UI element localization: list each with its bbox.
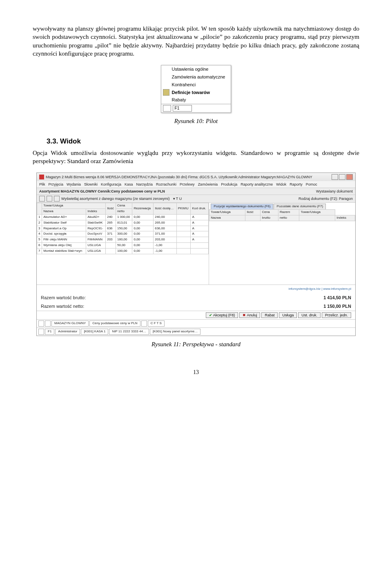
status-f1: F1 [173,105,192,112]
app-logo-icon [39,175,44,179]
toolbar-left-label: Asortyment MAGAZYN GLOWNY Cennik:Ceny po… [39,189,165,194]
menu-item[interactable]: Plik [39,182,45,186]
nav-first-icon[interactable] [39,196,45,202]
menu-item[interactable]: Raporty analityczne [241,182,273,186]
menu-item[interactable]: Narzędzia [136,182,153,186]
table-row[interactable]: 4Docisł. sprzęgłaDocSprzV371300,000,0037… [37,231,209,237]
rodzaj-dok-label: Rodzaj dokumentu (F2): Paragon [298,196,353,201]
paragraph-1: wywoływany na planszy głównej programu k… [33,25,359,58]
footer-link[interactable]: inforsystem@dgcs.biz | www.inforsystem.p… [37,285,355,294]
status-cell: NIP 11 2222 3333 44… [109,329,149,335]
status-cell [141,320,147,327]
menu-item[interactable]: Kasa [125,182,133,186]
status-cell: [K001] KASA 1 [81,329,108,335]
status-upper: MAGAZYN GLOWNYCeny podstawowe ceny w PLN… [37,319,355,327]
table-row[interactable]: 2Stabilizator SwifStabSw9K265813,010,002… [37,220,209,226]
doc-tab[interactable]: Pozycje wystawianego dokumentu (F6) [211,204,273,209]
menu-item[interactable]: Widok [276,182,286,186]
heading-widok: 3.3. Widok [47,137,359,146]
action-button[interactable]: Usługa [279,312,297,318]
nav-next-icon[interactable] [54,196,60,202]
maximize-icon[interactable] [339,174,345,180]
menu-item[interactable]: Pomoc [306,182,317,186]
perspektywa-figure: Magazyn 2 Multi Biznes wersja 8.06 WERSJ… [36,173,356,336]
menu-item[interactable]: Produkcja [221,182,237,186]
pilot-menu-figure: Ustawienia ogólneZamówienia automatyczne… [161,65,232,113]
asortyment-table[interactable]: Towar/UsługaIlośćCenaRezerwacjaIlość dos… [37,203,209,254]
pilot-menu-item[interactable]: Rabaty [161,96,231,104]
menu-item[interactable]: Przelewy [180,182,195,186]
status-cell: [K001] Nowy panel asortyme… [150,329,200,335]
pilot-menu-item[interactable]: Ustawienia ogólne [161,65,231,73]
caption-perspektywa: Rysunek 11: Perspektywa - standard [33,340,359,348]
status-cell: C F T S [148,320,165,327]
menu-item[interactable]: Konfiguracja [101,182,121,186]
toolbar: Asortyment MAGAZYN GLOWNY Cennik:Ceny po… [37,188,355,195]
status-cell: MAGAZYN GLOWNY [51,320,89,327]
action-button[interactable]: Przelicz. jedn. [322,312,351,318]
status-cell: Administrator [55,329,80,335]
doc-lines-table[interactable]: Towar/UsługaIlośćCenaRazemTowar/UsługaNa… [209,209,355,221]
total-row: Razem wartość brutto:1 414,50 PLN [37,294,355,302]
status-cell [38,320,44,327]
left-pane: Towar/UsługaIlośćCenaRezerwacjaIlość dos… [37,203,209,285]
status-cell: Ceny podstawowe ceny w PLN [89,320,140,327]
menu-item[interactable]: Przyjęcia [49,182,64,186]
window-buttons [332,174,353,180]
status-cell: F1 [45,329,54,335]
page-number: 13 [33,369,359,376]
definicje-icon [163,89,169,96]
window-titlebar: Magazyn 2 Multi Biznes wersja 8.06 WERSJ… [37,173,355,181]
menu-item[interactable]: Słowniki [84,182,98,186]
close-icon[interactable] [346,174,353,180]
pilot-menu-item[interactable]: Kontrahenci [161,81,231,89]
menu-item[interactable]: Rozrachunki [156,182,176,186]
caption-pilot: Rysunek 10: Pilot [33,117,359,125]
doc-tabs[interactable]: Pozycje wystawianego dokumentu (F6)Pozos… [209,203,355,209]
action-button[interactable]: Akceptuj (F8) [206,312,238,318]
table-row[interactable]: 7Montaż stabiliza Stab+wynUSLUGA100,000,… [37,248,209,254]
pilot-menu-item[interactable]: Zamówienia automatyczne [161,73,231,81]
action-button[interactable]: Ust. druk. [298,312,321,318]
window-title: Magazyn 2 Multi Biznes wersja 8.06 WERSJ… [46,175,312,179]
status-sq-icon [163,105,171,112]
right-pane: Pozycje wystawianego dokumentu (F6)Pozos… [209,203,355,285]
action-buttons: Akceptuj (F8)AnulujRabatUsługaUst. druk.… [37,311,355,319]
status-cell [45,320,51,327]
filter-label: Wyświetlaj asortyment z danego magazynu … [61,196,170,201]
minimize-icon[interactable] [332,174,338,180]
filter-bar: Wyświetlaj asortyment z danego magazynu … [37,195,355,203]
toolbar-right-label: Wystawiany dokument [316,189,353,194]
doc-tab[interactable]: Pozostałe dane dokumentu (F7) [274,204,326,209]
status-cell [38,329,44,335]
total-row: Razem wartość netto:1 150,00 PLN [37,302,355,311]
pilot-menu-item[interactable]: Definicje towarów [161,89,231,96]
menu-item[interactable]: Zamówienia [198,182,218,186]
nav-prev-icon[interactable] [47,196,52,202]
action-button[interactable]: Rabat [261,312,278,318]
menubar[interactable]: PlikPrzyjęciaWydaniaSłownikiKonfiguracja… [37,181,355,188]
table-row[interactable]: 5Filtr oleju MANNFiltrMANN203180,000,002… [37,237,209,243]
menu-item[interactable]: Wydania [67,182,81,186]
action-button[interactable]: Anuluj [239,312,260,318]
table-row[interactable]: 6Wymiana oleju OlejUSLUGA50,000,00-1,00 [37,243,209,249]
menu-item[interactable]: Raporty [290,182,303,186]
status-bar: F1Administrator[K001] KASA 1NIP 11 2222 … [37,327,355,336]
table-row[interactable]: 1Akumulator AD+AkuAD+2401 000,000,00240,… [37,215,209,220]
table-row[interactable]: 3Reparaturl.a OpRepOC91-636150,000,00636… [37,226,209,231]
paragraph-2: Opcja Widok umożliwia dostosowanie wyglą… [33,149,359,166]
